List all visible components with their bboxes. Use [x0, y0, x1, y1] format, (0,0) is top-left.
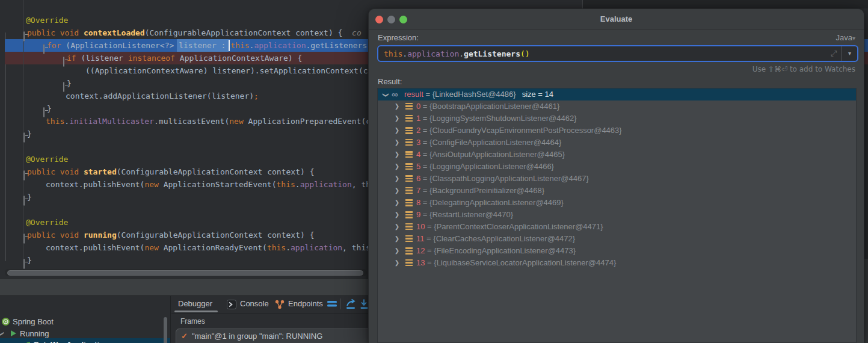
item-index: 2 = {CloudFoundryVcapEnvironmentPostProc…: [416, 125, 622, 137]
result-item[interactable]: ❯0 = {BootstrapApplicationListener@4461}: [378, 100, 856, 113]
value-icon: [405, 223, 413, 230]
item-value: = {FileEncodingApplicationListener@4473}: [425, 246, 576, 255]
item-index: 9 = {RestartListener@4470}: [416, 209, 513, 221]
result-item[interactable]: ❯11 = {ClearCachesApplicationListener@44…: [378, 233, 856, 245]
chevron-collapsed-icon[interactable]: ❯: [393, 257, 401, 269]
result-item[interactable]: ❯2 = {CloudFoundryVcapEnvironmentPostPro…: [378, 125, 856, 137]
result-item[interactable]: ❯8 = {DelegatingApplicationListener@4469…: [378, 197, 856, 209]
chevron-collapsed-icon[interactable]: ❯: [393, 173, 401, 185]
frame-row[interactable]: ✓"main"@1 in group "main": RUNNING: [181, 332, 322, 341]
chevron-collapsed-icon[interactable]: ❯: [393, 233, 401, 245]
panel-divider[interactable]: [170, 295, 171, 343]
tree-item-label: Spring Boot: [13, 317, 54, 326]
toolbar-separator: [340, 298, 341, 309]
value-icon: [405, 187, 413, 194]
layout-options-icon[interactable]: [327, 300, 337, 308]
result-items: ❯0 = {BootstrapApplicationListener@4461}…: [378, 100, 856, 269]
value-icon: [405, 175, 413, 182]
item-index: 0 = {BootstrapApplicationListener@4461}: [416, 100, 559, 113]
value-icon: [405, 235, 413, 243]
value-icon: [405, 151, 413, 158]
fold-marker-icon[interactable]: [23, 259, 25, 269]
ide-window: @Overridepublic void contextLoaded(Confi…: [0, 0, 868, 343]
active-tab-underline: [174, 311, 218, 312]
fold-marker-icon[interactable]: [43, 107, 45, 117]
tab-console[interactable]: Console: [227, 295, 269, 312]
result-item[interactable]: ❯4 = {AnsiOutputApplicationListener@4465…: [378, 149, 856, 161]
tab-endpoints[interactable]: Endpoints: [275, 295, 323, 312]
item-index: 10 = {ParentContextCloserApplicationList…: [416, 221, 603, 233]
frame-text: "main"@1 in group "main": RUNNING: [192, 332, 322, 341]
spring-leaf-icon: [23, 341, 31, 343]
tab-label: Debugger: [178, 299, 212, 308]
chevron-collapsed-icon[interactable]: ❯: [393, 149, 401, 161]
chevron-collapsed-icon[interactable]: ❯: [393, 113, 401, 125]
value-icon: [405, 127, 413, 134]
tree-item-running[interactable]: ❯ Running: [0, 327, 170, 339]
chevron-collapsed-icon[interactable]: ❯: [393, 197, 401, 209]
expression-history-dropdown[interactable]: ▾: [842, 46, 857, 61]
chevron-collapsed-icon[interactable]: ❯: [393, 185, 401, 197]
chevron-collapsed-icon[interactable]: ❯: [393, 245, 401, 257]
watches-hint: Use ⇧⌘⏎ to add to Watches: [753, 65, 855, 73]
result-item[interactable]: ❯3 = {ConfigFileApplicationListener@4464…: [378, 137, 856, 149]
chevron-collapsed-icon[interactable]: ❯: [393, 221, 401, 233]
tab-debugger[interactable]: Debugger: [178, 295, 212, 312]
chevron-expanded-icon[interactable]: ❯: [380, 91, 392, 99]
chevron-collapsed-icon[interactable]: ❯: [393, 137, 401, 149]
item-index: 3 = {ConfigFileApplicationListener@4464}: [416, 137, 561, 149]
result-item[interactable]: ❯1 = {LoggingSystemShutdownListener@4462…: [378, 113, 856, 125]
fold-marker-icon[interactable]: [63, 82, 64, 92]
expand-editor-icon[interactable]: ⤢: [826, 49, 842, 58]
item-index: 6 = {ClasspathLoggingApplicationListener…: [416, 173, 589, 185]
item-index: 12 = {FileEncodingApplicationListener@44…: [416, 245, 576, 257]
fold-marker-icon[interactable]: [63, 57, 64, 67]
result-item[interactable]: ❯5 = {LoggingApplicationListener@4466}: [378, 161, 856, 173]
result-name: result = {LinkedHashSet@4486}size = 14: [404, 88, 553, 100]
dialog-titlebar[interactable]: Evaluate: [369, 9, 864, 29]
item-value: = {LoggingApplicationListener@4466}: [420, 162, 554, 171]
play-icon: [10, 330, 17, 337]
expression-code[interactable]: this.application.getListeners(): [378, 49, 826, 58]
tree-item-label: Running: [20, 329, 49, 338]
fold-marker-icon[interactable]: [23, 233, 25, 244]
item-index: 1 = {LoggingSystemShutdownListener@4462}: [416, 113, 577, 125]
chevron-collapsed-icon[interactable]: ❯: [393, 209, 401, 221]
result-item[interactable]: ❯9 = {RestartListener@4470}: [378, 209, 856, 221]
dialog-title: Evaluate: [369, 9, 864, 29]
tree-scrollbar[interactable]: [164, 317, 167, 343]
step-out-icon[interactable]: [345, 298, 357, 311]
language-selector[interactable]: Java▾: [836, 33, 856, 42]
chevron-collapsed-icon[interactable]: ❯: [393, 161, 401, 173]
result-root-row[interactable]: ❯ ∞ result = {LinkedHashSet@4486}size = …: [378, 88, 856, 100]
value-icon: [405, 199, 413, 206]
fold-marker-icon[interactable]: [23, 196, 25, 206]
fold-marker-icon[interactable]: [43, 44, 45, 54]
item-value: = {ClasspathLoggingApplicationListener@4…: [420, 174, 589, 183]
tree-item-application[interactable]: GateWayApplication: [0, 338, 170, 343]
item-index: 4 = {AnsiOutputApplicationListener@4465}: [416, 149, 565, 161]
result-item[interactable]: ❯10 = {ParentContextCloserApplicationLis…: [378, 221, 856, 233]
result-item[interactable]: ❯6 = {ClasspathLoggingApplicationListene…: [378, 173, 856, 185]
result-item[interactable]: ❯7 = {BackgroundPreinitializer@4468}: [378, 185, 856, 197]
value-icon: [405, 163, 413, 170]
result-item[interactable]: ❯12 = {FileEncodingApplicationListener@4…: [378, 245, 856, 257]
tree-item-spring-boot[interactable]: Spring Boot: [0, 315, 170, 327]
horizontal-scrollbar[interactable]: [5, 269, 367, 276]
tab-label: Console: [240, 299, 269, 308]
result-tree[interactable]: ❯ ∞ result = {LinkedHashSet@4486}size = …: [377, 88, 857, 343]
chevron-down-icon[interactable]: ❯: [0, 331, 7, 338]
item-value: = {ParentContextCloserApplicationListene…: [425, 222, 603, 231]
result-item[interactable]: ❯13 = {LiquibaseServiceLocatorApplicatio…: [378, 257, 856, 269]
fold-marker-icon[interactable]: [23, 132, 25, 143]
tree-item-label: GateWayApplication: [33, 340, 109, 343]
scrollbar-thumb[interactable]: [7, 270, 363, 276]
fold-marker-icon[interactable]: [23, 170, 25, 181]
chevron-collapsed-icon[interactable]: ❯: [393, 125, 401, 137]
console-icon: [227, 300, 236, 309]
item-value: = {BackgroundPreinitializer@4468}: [420, 186, 544, 195]
chevron-collapsed-icon[interactable]: ❯: [393, 100, 401, 113]
expression-input[interactable]: this.application.getListeners() ⤢ ▾: [377, 45, 858, 62]
fold-marker-icon[interactable]: [23, 31, 25, 42]
result-label: Result:: [378, 77, 402, 86]
